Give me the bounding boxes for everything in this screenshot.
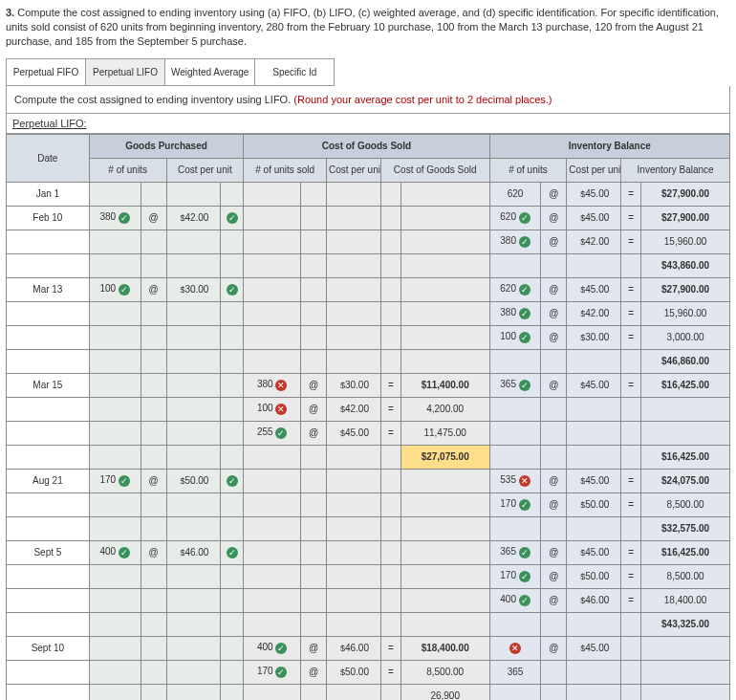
at: @ [541, 325, 567, 349]
cell: 18,400.00 [641, 588, 730, 612]
at: @ [301, 421, 327, 445]
cell: $16,425.00 [641, 445, 730, 469]
cell[interactable]: $45.00 [567, 540, 621, 564]
question-text: Compute the cost assigned to ending inve… [6, 7, 719, 47]
at: @ [141, 277, 166, 301]
cell[interactable]: $46.00 [166, 540, 221, 564]
cell[interactable]: $30.00 [567, 325, 621, 349]
at: @ [541, 564, 567, 588]
cell: 8,500.00 [641, 564, 730, 588]
cell: $43,325.00 [641, 612, 730, 636]
cell[interactable]: 100 ✓ [89, 277, 141, 301]
question-number: 3. [6, 7, 14, 18]
eq: = [621, 564, 641, 588]
cell[interactable]: $45.00 [567, 636, 621, 660]
cell[interactable]: $45.00 [567, 277, 621, 301]
eq: = [621, 325, 641, 349]
cell[interactable]: 170 ✓ [244, 660, 301, 684]
tab-specific[interactable]: Specific Id [255, 59, 334, 85]
cell[interactable]: $45.00 [567, 469, 621, 492]
cell[interactable]: 170 ✓ [489, 492, 541, 516]
cell[interactable]: 620 ✓ [489, 206, 541, 230]
cell: $43,860.00 [641, 253, 730, 277]
cell: $11,400.00 [400, 373, 489, 397]
cell[interactable]: 380 ✓ [89, 206, 141, 230]
at: @ [301, 660, 327, 684]
cell[interactable]: 620 ✓ [489, 277, 541, 301]
cell[interactable]: $50.00 [166, 469, 221, 492]
cell[interactable]: $46.00 [567, 588, 621, 612]
check-icon: ✓ [227, 475, 238, 487]
cell[interactable]: $42.00 [166, 206, 221, 230]
cell[interactable]: 380 ✕ [244, 373, 301, 397]
cell[interactable]: 380 ✓ [489, 230, 541, 253]
at: @ [301, 636, 327, 660]
cell[interactable]: ✕ [489, 636, 541, 660]
check-icon: ✓ [519, 236, 530, 248]
instruction-note: (Round your average cost per unit to 2 d… [293, 94, 552, 105]
check-icon: ✓ [519, 380, 530, 391]
col-cpu-ib: Cost per unit [567, 158, 621, 182]
cell: $27,900.00 [641, 277, 730, 301]
eq: = [380, 397, 400, 421]
cell[interactable]: 620 [489, 182, 541, 206]
cell: 15,960.00 [641, 301, 730, 325]
cell[interactable]: 365 ✓ [489, 373, 541, 397]
check-icon: ✓ [119, 212, 130, 224]
cell[interactable]: $30.00 [166, 277, 221, 301]
check-icon: ✓ [275, 667, 287, 678]
at: @ [301, 397, 327, 421]
cell[interactable]: 365 ✓ [489, 540, 541, 564]
cell[interactable]: 100 ✓ [489, 325, 541, 349]
cell[interactable]: 170 ✓ [489, 564, 541, 588]
check-icon: ✓ [519, 547, 530, 558]
cell: 15,960.00 [641, 230, 730, 253]
check-icon: ✓ [119, 547, 130, 558]
row-sept10: Sept 10 [7, 636, 90, 660]
check-icon: ✓ [519, 284, 530, 295]
cell[interactable]: 380 ✓ [489, 301, 541, 325]
cell[interactable]: $46.00 [327, 636, 381, 660]
check-icon: ✓ [119, 475, 130, 487]
instruction: Compute the cost assigned to ending inve… [6, 86, 730, 114]
cell[interactable]: $42.00 [567, 301, 621, 325]
cell: $24,075.00 [641, 469, 730, 492]
tab-weighted[interactable]: Weighted Average [165, 59, 255, 85]
tab-lifo[interactable]: Perpetual LIFO [86, 59, 165, 85]
eq: = [380, 660, 400, 684]
cell[interactable]: $45.00 [567, 182, 621, 206]
cell[interactable]: 255 ✓ [244, 421, 301, 445]
cell[interactable]: $45.00 [567, 206, 621, 230]
eq: = [621, 230, 641, 253]
tab-fifo[interactable]: Perpetual FIFO [7, 59, 86, 85]
eq: = [621, 588, 641, 612]
cell: $46,860.00 [641, 349, 730, 373]
table-title: Perpetual LIFO: [6, 114, 730, 134]
cell[interactable]: 100 ✕ [244, 397, 301, 421]
cell: $27,900.00 [641, 206, 730, 230]
cell[interactable]: 400 ✓ [244, 636, 301, 660]
cell[interactable]: 400 ✓ [89, 540, 141, 564]
cell: $16,425.00 [641, 540, 730, 564]
cell[interactable]: 365 [489, 660, 541, 684]
cell[interactable]: 170 ✓ [89, 469, 141, 492]
eq: = [380, 636, 400, 660]
eq: = [621, 540, 641, 564]
cell[interactable]: $30.00 [327, 373, 381, 397]
cell[interactable]: $42.00 [567, 230, 621, 253]
at: @ [541, 492, 567, 516]
cell: 26,900 [400, 684, 489, 700]
cell[interactable]: $42.00 [327, 397, 381, 421]
at: @ [541, 230, 567, 253]
cell[interactable]: $50.00 [567, 564, 621, 588]
col-cpu-gp: Cost per unit [166, 158, 244, 182]
cell[interactable]: 400 ✓ [489, 588, 541, 612]
cell[interactable]: $50.00 [567, 492, 621, 516]
instruction-text: Compute the cost assigned to ending inve… [14, 94, 293, 105]
cell[interactable]: $50.00 [327, 660, 381, 684]
cell[interactable]: $45.00 [567, 373, 621, 397]
method-tabs: Perpetual FIFO Perpetual LIFO Weighted A… [6, 58, 335, 86]
cell[interactable]: $45.00 [327, 421, 381, 445]
x-icon: ✕ [519, 475, 530, 487]
cell[interactable]: 535 ✕ [489, 469, 541, 492]
